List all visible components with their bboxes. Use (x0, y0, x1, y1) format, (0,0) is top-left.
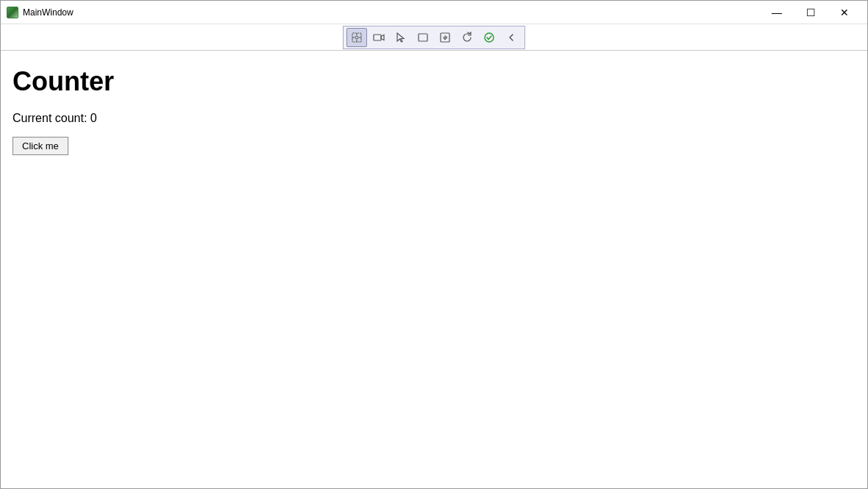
back-tool-icon[interactable] (501, 28, 522, 47)
select-tool-icon[interactable] (391, 28, 411, 47)
refresh-tool-icon[interactable] (457, 28, 477, 47)
video-tool-icon[interactable] (369, 28, 389, 47)
toolbar-inner (343, 26, 525, 49)
title-bar-left: MainWindow (7, 7, 74, 18)
pointer-tool-icon[interactable] (346, 28, 367, 47)
check-tool-icon[interactable] (479, 28, 499, 47)
window-controls: — ☐ ✕ (760, 1, 861, 24)
maximize-button[interactable]: ☐ (794, 1, 828, 24)
rectangle-tool-icon[interactable] (413, 28, 433, 47)
app-icon (7, 7, 18, 18)
window-title: MainWindow (23, 7, 74, 18)
main-window: MainWindow — ☐ ✕ (0, 0, 868, 489)
crosshair-tool-icon[interactable] (435, 28, 455, 47)
title-bar: MainWindow — ☐ ✕ (1, 1, 867, 24)
minimize-button[interactable]: — (760, 1, 794, 24)
toolbar (1, 24, 867, 51)
click-me-button[interactable]: Click me (13, 137, 68, 155)
content-area: Counter Current count: 0 Click me (1, 51, 867, 488)
current-count-label: Current count: 0 (13, 112, 855, 125)
svg-point-1 (355, 36, 358, 39)
close-button[interactable]: ✕ (828, 1, 861, 24)
svg-rect-6 (374, 35, 381, 40)
svg-rect-7 (419, 34, 427, 41)
svg-point-11 (485, 33, 494, 42)
page-heading: Counter (13, 65, 855, 97)
